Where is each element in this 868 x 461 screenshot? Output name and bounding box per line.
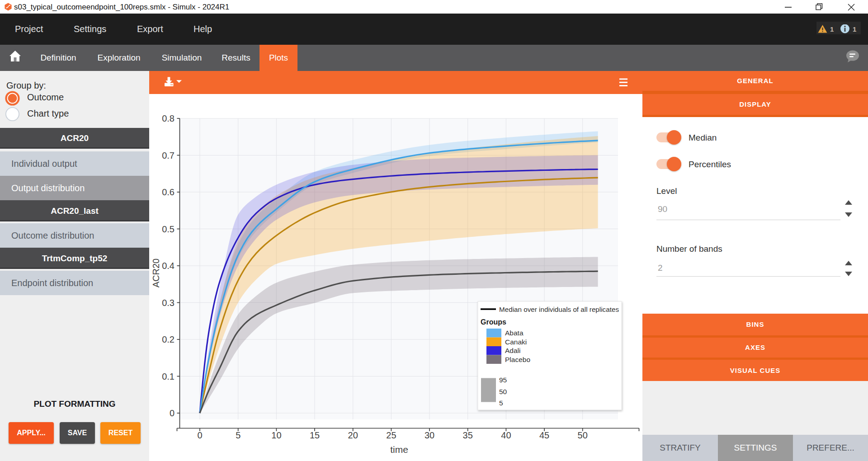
svg-text:ACR20: ACR20	[151, 259, 161, 287]
svg-text:10: 10	[271, 430, 281, 440]
svg-text:95: 95	[499, 376, 507, 384]
svg-text:Placebo: Placebo	[505, 356, 530, 363]
svg-text:35: 35	[463, 430, 473, 440]
svg-text:0.2: 0.2	[162, 334, 175, 344]
svg-text:Abata: Abata	[505, 329, 524, 337]
svg-text:1: 1	[853, 25, 856, 33]
svg-text:0.4: 0.4	[162, 261, 175, 271]
svg-text:5: 5	[499, 399, 503, 407]
svg-text:Median over individuals of all: Median over individuals of all replicate…	[499, 306, 619, 313]
svg-text:0.3: 0.3	[162, 298, 175, 308]
svg-text:Adali: Adali	[505, 347, 520, 354]
svg-text:Groups: Groups	[481, 318, 506, 326]
svg-text:45: 45	[539, 430, 549, 440]
svg-text:time: time	[390, 444, 408, 455]
svg-text:50: 50	[578, 430, 588, 440]
svg-text:50: 50	[499, 388, 507, 395]
svg-text:0.5: 0.5	[162, 224, 175, 234]
svg-text:15: 15	[310, 430, 320, 440]
svg-text:Canaki: Canaki	[505, 338, 527, 346]
svg-text:25: 25	[386, 430, 396, 440]
svg-text:1: 1	[830, 25, 834, 33]
svg-text:0.7: 0.7	[162, 151, 175, 160]
svg-text:20: 20	[348, 430, 358, 440]
svg-text:5: 5	[236, 430, 241, 440]
svg-text:0.8: 0.8	[162, 113, 175, 123]
svg-text:0.1: 0.1	[162, 372, 175, 381]
svg-text:0.6: 0.6	[162, 187, 175, 197]
svg-text:0: 0	[197, 430, 202, 440]
svg-text:40: 40	[501, 430, 511, 440]
svg-text:0: 0	[170, 408, 175, 418]
svg-text:30: 30	[425, 430, 434, 440]
